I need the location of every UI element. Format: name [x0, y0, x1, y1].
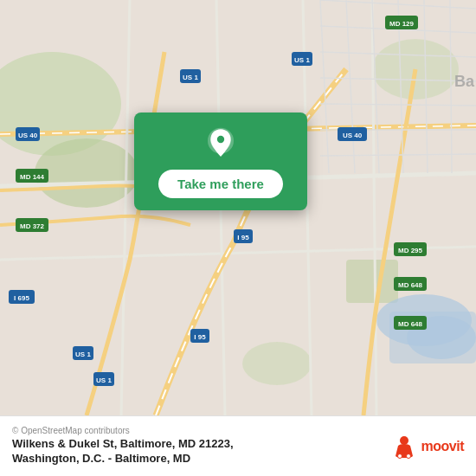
svg-text:US 1: US 1 [75, 351, 91, 358]
svg-text:MD 648: MD 648 [398, 320, 423, 328]
svg-text:MD 144: MD 144 [20, 173, 45, 181]
svg-text:I 695: I 695 [14, 294, 29, 302]
svg-text:US 1: US 1 [96, 376, 112, 384]
map-background: US 40 US 40 US 1 US 1 I 95 I 95 MD 295 M… [0, 0, 476, 415]
copyright-text: © OpenStreetMap contributors [12, 426, 391, 435]
location-pin-icon [203, 126, 238, 161]
svg-point-63 [217, 136, 224, 143]
moovit-brand-name: moovit [421, 439, 464, 454]
moovit-brand-icon [391, 434, 417, 460]
address-line1: Wilkens & Dukel St, Baltimore, MD 21223, [12, 437, 234, 450]
svg-text:MD 295: MD 295 [398, 247, 423, 254]
address-text: Wilkens & Dukel St, Baltimore, MD 21223,… [12, 437, 391, 466]
svg-text:US 1: US 1 [294, 56, 310, 64]
footer: © OpenStreetMap contributors Wilkens & D… [0, 415, 476, 476]
svg-point-2 [35, 138, 138, 208]
address-line2: Washington, D.C. - Baltimore, MD [12, 452, 190, 465]
svg-text:US 40: US 40 [343, 132, 363, 139]
svg-text:MD 372: MD 372 [20, 222, 45, 230]
svg-rect-4 [346, 260, 398, 303]
svg-text:Ba: Ba [454, 73, 475, 90]
svg-text:MD 129: MD 129 [389, 20, 415, 28]
svg-text:I 95: I 95 [194, 333, 206, 341]
svg-point-65 [397, 453, 402, 458]
footer-info: © OpenStreetMap contributors Wilkens & D… [12, 426, 391, 466]
moovit-logo: moovit [391, 434, 464, 460]
svg-text:US 1: US 1 [183, 74, 198, 81]
svg-text:MD 648: MD 648 [398, 281, 423, 289]
svg-text:US 40: US 40 [18, 132, 38, 139]
svg-point-66 [406, 453, 410, 458]
svg-point-5 [242, 342, 312, 385]
svg-point-64 [400, 436, 408, 445]
destination-card: Take me there [134, 113, 307, 210]
take-me-there-button[interactable]: Take me there [158, 170, 283, 198]
svg-text:I 95: I 95 [237, 234, 249, 241]
